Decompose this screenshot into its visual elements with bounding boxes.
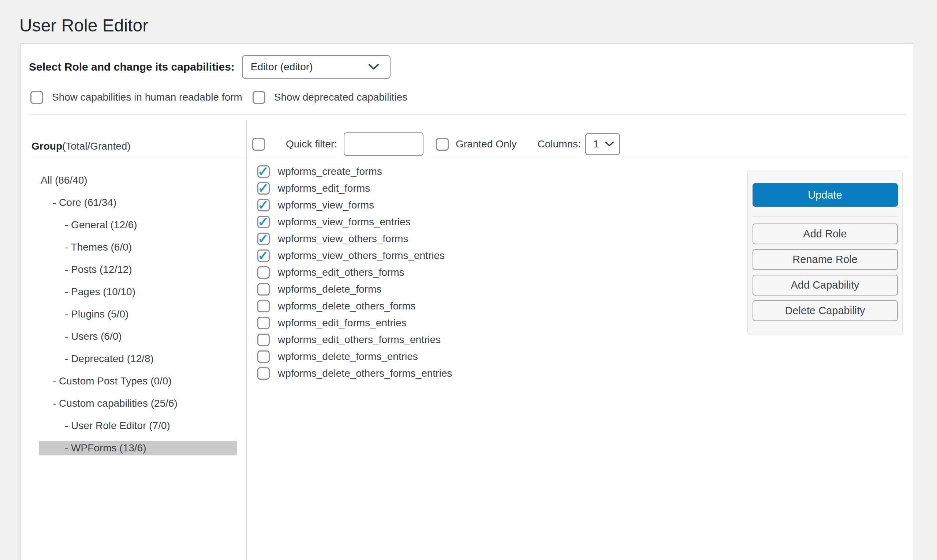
capability-checkbox[interactable] — [257, 165, 270, 178]
capability-checkbox[interactable] — [257, 199, 270, 211]
human-readable-label: Show capabilities in human readable form — [52, 91, 242, 103]
capability-row: wpforms_delete_forms — [247, 281, 752, 298]
group-tree-item-label: - Custom Post Types (0/0) — [39, 374, 237, 388]
capability-checkbox[interactable] — [257, 216, 270, 228]
role-select-value: Editor (editor) — [251, 61, 313, 73]
group-tree-item-label: - Users (6/0) — [39, 329, 237, 344]
group-tree-item[interactable]: - Custom capabilities (25/6) — [39, 392, 237, 414]
group-header-bold: Group — [31, 140, 62, 152]
capability-row: wpforms_delete_forms_entries — [247, 348, 752, 365]
columns-select[interactable]: 1 — [585, 133, 620, 155]
capability-row: wpforms_edit_others_forms — [247, 264, 752, 281]
capability-row: wpforms_create_forms — [247, 163, 752, 180]
capability-checkbox[interactable] — [257, 283, 270, 295]
quick-filter-label: Quick filter: — [286, 138, 337, 150]
group-tree-item[interactable]: - Deprecated (12/8) — [39, 348, 237, 370]
capability-checkbox[interactable] — [257, 249, 270, 262]
capability-checkbox[interactable] — [257, 367, 270, 380]
granted-only-label: Granted Only — [456, 138, 517, 150]
chevron-down-icon — [368, 63, 379, 71]
group-tree-item[interactable]: - User Role Editor (7/0) — [39, 414, 237, 437]
list-header-row: Group (Total/Granted) Quick filter: Gran… — [20, 114, 913, 158]
chevron-down-icon — [605, 141, 614, 147]
capability-checkbox[interactable] — [257, 300, 270, 312]
group-tree-item[interactable]: - WPForms (13/6) — [39, 437, 237, 459]
capability-list: wpforms_create_formswpforms_edit_formswp… — [247, 158, 752, 560]
add-role-button[interactable]: Add Role — [752, 223, 898, 244]
group-tree-item[interactable]: - Users (6/0) — [39, 325, 237, 348]
capabilities-section: Group (Total/Granted) Quick filter: Gran… — [20, 114, 913, 560]
group-tree-item-label: - General (12/6) — [39, 218, 237, 232]
group-tree-item-label: - Custom capabilities (25/6) — [39, 396, 237, 411]
deprecated-label: Show deprecated capabilities — [274, 91, 407, 103]
capability-row: wpforms_view_forms_entries — [247, 214, 752, 231]
columns-select-value: 1 — [593, 138, 599, 150]
group-tree-item-label: - Plugins (5/0) — [39, 307, 237, 322]
capability-checkbox[interactable] — [257, 334, 270, 346]
granted-only-checkbox[interactable] — [436, 138, 449, 151]
capability-label: wpforms_delete_others_forms — [278, 300, 416, 312]
group-tree-item[interactable]: - Themes (6/0) — [39, 236, 237, 258]
quick-filter-input[interactable] — [344, 132, 424, 156]
human-readable-checkbox[interactable] — [30, 91, 43, 104]
group-tree-item-label: - User Role Editor (7/0) — [39, 418, 237, 433]
update-button[interactable]: Update — [752, 183, 898, 207]
capability-label: wpforms_delete_others_forms_entries — [278, 368, 452, 379]
capability-row: wpforms_edit_forms — [247, 180, 752, 197]
role-select-row: Select Role and change its capabilities:… — [29, 55, 390, 79]
capability-checkbox[interactable] — [257, 266, 270, 279]
group-tree-item-label: - WPForms (13/6) — [39, 441, 237, 455]
capability-row: wpforms_view_forms — [247, 197, 752, 214]
capability-label: wpforms_edit_forms_entries — [278, 317, 407, 329]
capability-row: wpforms_view_others_forms_entries — [247, 247, 752, 264]
group-header-rest: (Total/Granted) — [62, 140, 131, 152]
group-tree-item-label: - Posts (12/12) — [39, 262, 237, 277]
group-tree-item-label: - Deprecated (12/8) — [39, 351, 237, 366]
capability-label: wpforms_view_others_forms — [278, 233, 408, 245]
group-tree-item-label: - Core (61/34) — [39, 195, 237, 210]
actions-divider — [752, 216, 897, 217]
group-tree-item[interactable]: - Pages (10/10) — [39, 280, 237, 303]
add-capability-button[interactable]: Add Capability — [752, 275, 898, 295]
columns-label: Columns: — [538, 138, 581, 150]
capability-row: wpforms_view_others_forms — [247, 231, 752, 247]
role-select[interactable]: Editor (editor) — [242, 55, 390, 78]
actions-panel: Update Add RoleRename RoleAdd Capability… — [747, 170, 903, 335]
capability-checkbox[interactable] — [257, 182, 270, 195]
capability-label: wpforms_view_forms — [278, 199, 374, 211]
group-tree-item-label: All (86/40) — [39, 173, 237, 188]
delete-capability-button[interactable]: Delete Capability — [752, 300, 898, 321]
group-tree-item[interactable]: - Custom Post Types (0/0) — [39, 370, 237, 392]
capability-label: wpforms_view_forms_entries — [278, 216, 411, 228]
capability-row: wpforms_delete_others_forms — [247, 298, 752, 315]
select-all-checkbox[interactable] — [252, 138, 265, 151]
options-row: Show capabilities in human readable form… — [30, 90, 407, 104]
capability-label: wpforms_edit_others_forms_entries — [278, 334, 441, 346]
capability-label: wpforms_edit_forms — [278, 183, 370, 194]
capability-label: wpforms_delete_forms_entries — [278, 351, 418, 363]
page-title: User Role Editor — [19, 15, 148, 35]
capability-label: wpforms_delete_forms — [278, 283, 381, 295]
group-tree-item-label: - Themes (6/0) — [39, 240, 237, 255]
capability-checkbox[interactable] — [257, 232, 270, 245]
group-tree-item[interactable]: - General (12/6) — [39, 214, 237, 236]
capability-label: wpforms_create_forms — [278, 166, 382, 177]
rename-role-button[interactable]: Rename Role — [752, 249, 898, 270]
group-tree-item[interactable]: All (86/40) — [39, 169, 237, 191]
capability-row: wpforms_edit_others_forms_entries — [247, 331, 752, 348]
capability-label: wpforms_view_others_forms_entries — [278, 250, 445, 262]
capability-row: wpforms_delete_others_forms_entries — [247, 365, 752, 382]
main-panel: Select Role and change its capabilities:… — [20, 43, 913, 560]
capability-row: wpforms_edit_forms_entries — [247, 315, 752, 331]
group-tree-item-label: - Pages (10/10) — [39, 285, 237, 299]
capability-checkbox[interactable] — [257, 351, 270, 363]
deprecated-checkbox[interactable] — [253, 91, 265, 104]
group-tree-item[interactable]: - Posts (12/12) — [39, 258, 237, 280]
capability-checkbox[interactable] — [257, 317, 270, 329]
group-tree-item[interactable]: - Core (61/34) — [39, 191, 237, 214]
role-select-label: Select Role and change its capabilities: — [29, 61, 234, 73]
group-tree: All (86/40)- Core (61/34)- General (12/6… — [20, 158, 246, 560]
group-tree-item[interactable]: - Plugins (5/0) — [39, 303, 237, 325]
capability-label: wpforms_edit_others_forms — [278, 267, 404, 278]
